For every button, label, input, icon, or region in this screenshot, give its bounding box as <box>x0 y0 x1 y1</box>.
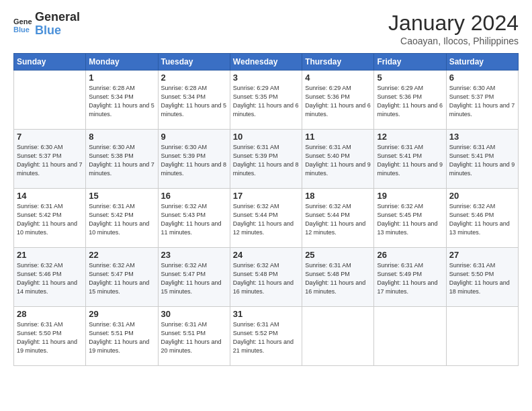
day-detail: Sunrise: 6:31 AMSunset: 5:39 PMDaylight:… <box>233 143 299 178</box>
day-detail: Sunrise: 6:31 AMSunset: 5:50 PMDaylight:… <box>17 320 83 355</box>
day-number: 24 <box>233 250 299 260</box>
weekday-friday: Friday <box>374 54 446 71</box>
day-number: 28 <box>17 309 83 319</box>
day-detail: Sunrise: 6:29 AMSunset: 5:36 PMDaylight:… <box>377 84 443 119</box>
week-row-1: 1Sunrise: 6:28 AMSunset: 5:34 PMDaylight… <box>14 71 519 130</box>
day-detail: Sunrise: 6:31 AMSunset: 5:51 PMDaylight:… <box>161 320 227 355</box>
calendar-cell: 1Sunrise: 6:28 AMSunset: 5:34 PMDaylight… <box>86 71 158 130</box>
logo-icon: General Blue <box>13 15 32 34</box>
day-number: 8 <box>89 132 154 142</box>
day-detail: Sunrise: 6:31 AMSunset: 5:42 PMDaylight:… <box>89 202 154 237</box>
calendar-cell: 6Sunrise: 6:30 AMSunset: 5:37 PMDaylight… <box>446 71 518 130</box>
day-detail: Sunrise: 6:32 AMSunset: 5:47 PMDaylight:… <box>161 261 227 296</box>
day-number: 12 <box>377 132 443 142</box>
calendar-cell: 4Sunrise: 6:29 AMSunset: 5:36 PMDaylight… <box>302 71 374 130</box>
calendar-cell: 12Sunrise: 6:31 AMSunset: 5:41 PMDayligh… <box>374 130 446 189</box>
calendar-cell <box>302 307 374 366</box>
weekday-header-row: SundayMondayTuesdayWednesdayThursdayFrid… <box>14 54 519 71</box>
day-number: 30 <box>161 309 227 319</box>
calendar-cell: 7Sunrise: 6:30 AMSunset: 5:37 PMDaylight… <box>14 130 86 189</box>
location: Caoayan, Ilocos, Philippines <box>388 36 519 46</box>
calendar-cell: 11Sunrise: 6:31 AMSunset: 5:40 PMDayligh… <box>302 130 374 189</box>
day-number: 26 <box>377 250 443 260</box>
day-number: 21 <box>17 250 83 260</box>
weekday-wednesday: Wednesday <box>230 54 302 71</box>
day-detail: Sunrise: 6:32 AMSunset: 5:46 PMDaylight:… <box>17 261 83 296</box>
day-number: 6 <box>449 73 515 83</box>
calendar-cell: 31Sunrise: 6:31 AMSunset: 5:52 PMDayligh… <box>230 307 302 366</box>
day-number: 9 <box>161 132 227 142</box>
calendar: SundayMondayTuesdayWednesdayThursdayFrid… <box>13 53 519 366</box>
weekday-tuesday: Tuesday <box>158 54 230 71</box>
day-number: 15 <box>89 191 154 201</box>
week-row-2: 7Sunrise: 6:30 AMSunset: 5:37 PMDaylight… <box>14 130 519 189</box>
calendar-cell: 30Sunrise: 6:31 AMSunset: 5:51 PMDayligh… <box>158 307 230 366</box>
day-number: 22 <box>89 250 154 260</box>
day-detail: Sunrise: 6:32 AMSunset: 5:45 PMDaylight:… <box>377 202 443 237</box>
week-row-4: 21Sunrise: 6:32 AMSunset: 5:46 PMDayligh… <box>14 248 519 307</box>
day-detail: Sunrise: 6:30 AMSunset: 5:38 PMDaylight:… <box>89 143 154 178</box>
svg-text:Blue: Blue <box>13 26 30 34</box>
day-number: 2 <box>161 73 227 83</box>
day-detail: Sunrise: 6:31 AMSunset: 5:41 PMDaylight:… <box>377 143 443 178</box>
day-number: 25 <box>305 250 371 260</box>
calendar-cell: 3Sunrise: 6:29 AMSunset: 5:35 PMDaylight… <box>230 71 302 130</box>
day-number: 11 <box>305 132 371 142</box>
day-detail: Sunrise: 6:32 AMSunset: 5:48 PMDaylight:… <box>233 261 299 296</box>
day-number: 13 <box>449 132 515 142</box>
svg-text:General: General <box>13 17 32 26</box>
calendar-cell: 5Sunrise: 6:29 AMSunset: 5:36 PMDaylight… <box>374 71 446 130</box>
weekday-thursday: Thursday <box>302 54 374 71</box>
day-detail: Sunrise: 6:31 AMSunset: 5:41 PMDaylight:… <box>449 143 515 178</box>
day-detail: Sunrise: 6:31 AMSunset: 5:49 PMDaylight:… <box>377 261 443 296</box>
day-number: 17 <box>233 191 299 201</box>
day-number: 1 <box>89 73 154 83</box>
calendar-cell <box>374 307 446 366</box>
day-detail: Sunrise: 6:29 AMSunset: 5:35 PMDaylight:… <box>233 84 299 119</box>
day-number: 5 <box>377 73 443 83</box>
day-detail: Sunrise: 6:31 AMSunset: 5:51 PMDaylight:… <box>89 320 154 355</box>
day-number: 31 <box>233 309 299 319</box>
day-detail: Sunrise: 6:30 AMSunset: 5:37 PMDaylight:… <box>449 84 515 119</box>
calendar-cell: 21Sunrise: 6:32 AMSunset: 5:46 PMDayligh… <box>14 248 86 307</box>
day-number: 23 <box>161 250 227 260</box>
logo-general: General <box>35 11 80 24</box>
day-detail: Sunrise: 6:28 AMSunset: 5:34 PMDaylight:… <box>161 84 227 119</box>
calendar-cell: 24Sunrise: 6:32 AMSunset: 5:48 PMDayligh… <box>230 248 302 307</box>
calendar-cell: 9Sunrise: 6:30 AMSunset: 5:39 PMDaylight… <box>158 130 230 189</box>
calendar-cell: 13Sunrise: 6:31 AMSunset: 5:41 PMDayligh… <box>446 130 518 189</box>
calendar-cell: 29Sunrise: 6:31 AMSunset: 5:51 PMDayligh… <box>86 307 158 366</box>
day-detail: Sunrise: 6:29 AMSunset: 5:36 PMDaylight:… <box>305 84 371 119</box>
calendar-cell: 27Sunrise: 6:31 AMSunset: 5:50 PMDayligh… <box>446 248 518 307</box>
calendar-cell: 20Sunrise: 6:32 AMSunset: 5:46 PMDayligh… <box>446 189 518 248</box>
calendar-cell: 16Sunrise: 6:32 AMSunset: 5:43 PMDayligh… <box>158 189 230 248</box>
calendar-cell: 2Sunrise: 6:28 AMSunset: 5:34 PMDaylight… <box>158 71 230 130</box>
week-row-3: 14Sunrise: 6:31 AMSunset: 5:42 PMDayligh… <box>14 189 519 248</box>
calendar-cell: 8Sunrise: 6:30 AMSunset: 5:38 PMDaylight… <box>86 130 158 189</box>
day-number: 14 <box>17 191 83 201</box>
header: General Blue General Blue January 2024 C… <box>13 11 519 46</box>
day-detail: Sunrise: 6:31 AMSunset: 5:40 PMDaylight:… <box>305 143 371 178</box>
calendar-cell: 17Sunrise: 6:32 AMSunset: 5:44 PMDayligh… <box>230 189 302 248</box>
day-number: 20 <box>449 191 515 201</box>
calendar-cell: 18Sunrise: 6:32 AMSunset: 5:44 PMDayligh… <box>302 189 374 248</box>
weekday-saturday: Saturday <box>446 54 518 71</box>
logo-blue: Blue <box>35 24 80 38</box>
month-title: January 2024 <box>388 11 519 36</box>
day-number: 18 <box>305 191 371 201</box>
calendar-cell: 10Sunrise: 6:31 AMSunset: 5:39 PMDayligh… <box>230 130 302 189</box>
calendar-cell: 19Sunrise: 6:32 AMSunset: 5:45 PMDayligh… <box>374 189 446 248</box>
calendar-cell <box>14 71 86 130</box>
day-detail: Sunrise: 6:32 AMSunset: 5:46 PMDaylight:… <box>449 202 515 237</box>
day-number: 3 <box>233 73 299 83</box>
weekday-monday: Monday <box>86 54 158 71</box>
day-detail: Sunrise: 6:31 AMSunset: 5:50 PMDaylight:… <box>449 261 515 296</box>
week-row-5: 28Sunrise: 6:31 AMSunset: 5:50 PMDayligh… <box>14 307 519 366</box>
day-number: 7 <box>17 132 83 142</box>
calendar-cell: 23Sunrise: 6:32 AMSunset: 5:47 PMDayligh… <box>158 248 230 307</box>
day-detail: Sunrise: 6:30 AMSunset: 5:39 PMDaylight:… <box>161 143 227 178</box>
day-detail: Sunrise: 6:32 AMSunset: 5:44 PMDaylight:… <box>233 202 299 237</box>
calendar-cell: 15Sunrise: 6:31 AMSunset: 5:42 PMDayligh… <box>86 189 158 248</box>
day-detail: Sunrise: 6:31 AMSunset: 5:42 PMDaylight:… <box>17 202 83 237</box>
day-detail: Sunrise: 6:32 AMSunset: 5:44 PMDaylight:… <box>305 202 371 237</box>
